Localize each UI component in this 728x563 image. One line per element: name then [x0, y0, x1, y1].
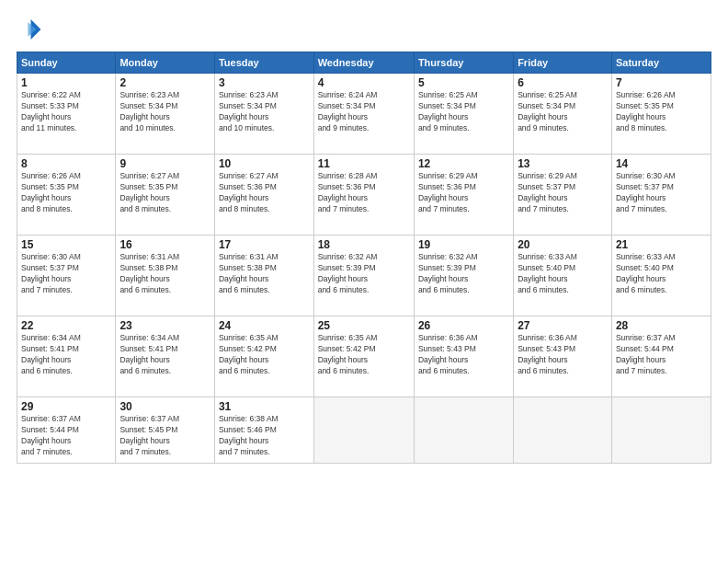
day-info: Sunrise: 6:26 AM Sunset: 5:35 PM Dayligh… [616, 90, 707, 134]
day-number: 1 [21, 76, 111, 89]
calendar-header: SundayMondayTuesdayWednesdayThursdayFrid… [17, 52, 711, 74]
calendar-cell: 23 Sunrise: 6:34 AM Sunset: 5:41 PM Dayl… [116, 316, 215, 397]
calendar-cell: 16 Sunrise: 6:31 AM Sunset: 5:38 PM Dayl… [116, 236, 215, 316]
day-number: 28 [616, 319, 707, 332]
calendar-cell: 22 Sunrise: 6:34 AM Sunset: 5:41 PM Dayl… [17, 316, 116, 397]
header [17, 17, 711, 42]
day-info: Sunrise: 6:32 AM Sunset: 5:39 PM Dayligh… [418, 252, 509, 296]
calendar-cell: 15 Sunrise: 6:30 AM Sunset: 5:37 PM Dayl… [17, 236, 116, 316]
calendar-cell [611, 397, 711, 464]
calendar-cell: 9 Sunrise: 6:27 AM Sunset: 5:35 PM Dayli… [116, 155, 215, 236]
day-number: 21 [616, 238, 707, 251]
day-number: 10 [219, 157, 310, 170]
day-number: 27 [518, 319, 608, 332]
day-header-thursday: Thursday [414, 52, 513, 74]
calendar-cell: 10 Sunrise: 6:27 AM Sunset: 5:36 PM Dayl… [214, 155, 313, 236]
day-info: Sunrise: 6:30 AM Sunset: 5:37 PM Dayligh… [616, 171, 707, 215]
calendar-cell: 1 Sunrise: 6:22 AM Sunset: 5:33 PM Dayli… [17, 74, 116, 155]
calendar-body: 1 Sunrise: 6:22 AM Sunset: 5:33 PM Dayli… [17, 74, 711, 464]
header-row: SundayMondayTuesdayWednesdayThursdayFrid… [17, 52, 711, 74]
day-number: 15 [21, 238, 111, 251]
day-info: Sunrise: 6:36 AM Sunset: 5:43 PM Dayligh… [518, 333, 608, 377]
day-info: Sunrise: 6:23 AM Sunset: 5:34 PM Dayligh… [119, 90, 210, 134]
day-info: Sunrise: 6:35 AM Sunset: 5:42 PM Dayligh… [219, 333, 310, 377]
calendar-cell [313, 397, 414, 464]
day-number: 12 [418, 157, 509, 170]
day-info: Sunrise: 6:22 AM Sunset: 5:33 PM Dayligh… [21, 90, 111, 134]
week-row-5: 29 Sunrise: 6:37 AM Sunset: 5:44 PM Dayl… [17, 397, 711, 464]
week-row-1: 1 Sunrise: 6:22 AM Sunset: 5:33 PM Dayli… [17, 74, 711, 155]
calendar-cell: 2 Sunrise: 6:23 AM Sunset: 5:34 PM Dayli… [116, 74, 215, 155]
calendar: SundayMondayTuesdayWednesdayThursdayFrid… [17, 52, 711, 464]
calendar-cell: 3 Sunrise: 6:23 AM Sunset: 5:34 PM Dayli… [214, 74, 313, 155]
day-info: Sunrise: 6:27 AM Sunset: 5:36 PM Dayligh… [219, 171, 310, 215]
day-number: 14 [616, 157, 707, 170]
day-number: 6 [518, 76, 608, 89]
calendar-cell: 28 Sunrise: 6:37 AM Sunset: 5:44 PM Dayl… [611, 316, 711, 397]
calendar-cell: 18 Sunrise: 6:32 AM Sunset: 5:39 PM Dayl… [313, 236, 414, 316]
week-row-4: 22 Sunrise: 6:34 AM Sunset: 5:41 PM Dayl… [17, 316, 711, 397]
logo [17, 17, 46, 42]
calendar-cell [414, 397, 513, 464]
day-number: 23 [119, 319, 210, 332]
day-info: Sunrise: 6:23 AM Sunset: 5:34 PM Dayligh… [219, 90, 310, 134]
day-info: Sunrise: 6:29 AM Sunset: 5:36 PM Dayligh… [418, 171, 509, 215]
day-info: Sunrise: 6:36 AM Sunset: 5:43 PM Dayligh… [418, 333, 509, 377]
day-header-wednesday: Wednesday [313, 52, 414, 74]
day-number: 4 [318, 76, 410, 89]
day-info: Sunrise: 6:37 AM Sunset: 5:44 PM Dayligh… [21, 414, 111, 458]
day-info: Sunrise: 6:33 AM Sunset: 5:40 PM Dayligh… [518, 252, 608, 296]
week-row-2: 8 Sunrise: 6:26 AM Sunset: 5:35 PM Dayli… [17, 155, 711, 236]
day-number: 13 [518, 157, 608, 170]
calendar-cell: 30 Sunrise: 6:37 AM Sunset: 5:45 PM Dayl… [116, 397, 215, 464]
day-info: Sunrise: 6:25 AM Sunset: 5:34 PM Dayligh… [518, 90, 608, 134]
day-info: Sunrise: 6:29 AM Sunset: 5:37 PM Dayligh… [518, 171, 608, 215]
day-info: Sunrise: 6:34 AM Sunset: 5:41 PM Dayligh… [119, 333, 210, 377]
day-header-sunday: Sunday [17, 52, 116, 74]
calendar-cell: 26 Sunrise: 6:36 AM Sunset: 5:43 PM Dayl… [414, 316, 513, 397]
day-info: Sunrise: 6:25 AM Sunset: 5:34 PM Dayligh… [418, 90, 509, 134]
day-number: 25 [318, 319, 410, 332]
day-number: 8 [21, 157, 111, 170]
calendar-cell: 14 Sunrise: 6:30 AM Sunset: 5:37 PM Dayl… [611, 155, 711, 236]
logo-icon [17, 17, 42, 42]
day-number: 22 [21, 319, 111, 332]
day-header-friday: Friday [514, 52, 612, 74]
calendar-cell: 6 Sunrise: 6:25 AM Sunset: 5:34 PM Dayli… [514, 74, 612, 155]
calendar-cell: 25 Sunrise: 6:35 AM Sunset: 5:42 PM Dayl… [313, 316, 414, 397]
calendar-cell: 5 Sunrise: 6:25 AM Sunset: 5:34 PM Dayli… [414, 74, 513, 155]
day-number: 2 [119, 76, 210, 89]
day-info: Sunrise: 6:24 AM Sunset: 5:34 PM Dayligh… [318, 90, 410, 134]
day-info: Sunrise: 6:37 AM Sunset: 5:44 PM Dayligh… [616, 333, 707, 377]
calendar-cell: 31 Sunrise: 6:38 AM Sunset: 5:46 PM Dayl… [214, 397, 313, 464]
day-info: Sunrise: 6:27 AM Sunset: 5:35 PM Dayligh… [119, 171, 210, 215]
day-number: 11 [318, 157, 410, 170]
calendar-cell: 24 Sunrise: 6:35 AM Sunset: 5:42 PM Dayl… [214, 316, 313, 397]
day-header-saturday: Saturday [611, 52, 711, 74]
day-info: Sunrise: 6:28 AM Sunset: 5:36 PM Dayligh… [318, 171, 410, 215]
day-number: 30 [119, 400, 210, 413]
day-number: 5 [418, 76, 509, 89]
calendar-cell [514, 397, 612, 464]
calendar-cell: 8 Sunrise: 6:26 AM Sunset: 5:35 PM Dayli… [17, 155, 116, 236]
calendar-cell: 19 Sunrise: 6:32 AM Sunset: 5:39 PM Dayl… [414, 236, 513, 316]
day-number: 26 [418, 319, 509, 332]
calendar-cell: 4 Sunrise: 6:24 AM Sunset: 5:34 PM Dayli… [313, 74, 414, 155]
day-number: 20 [518, 238, 608, 251]
calendar-cell: 17 Sunrise: 6:31 AM Sunset: 5:38 PM Dayl… [214, 236, 313, 316]
day-info: Sunrise: 6:31 AM Sunset: 5:38 PM Dayligh… [219, 252, 310, 296]
day-number: 19 [418, 238, 509, 251]
calendar-cell: 7 Sunrise: 6:26 AM Sunset: 5:35 PM Dayli… [611, 74, 711, 155]
calendar-cell: 20 Sunrise: 6:33 AM Sunset: 5:40 PM Dayl… [514, 236, 612, 316]
day-info: Sunrise: 6:37 AM Sunset: 5:45 PM Dayligh… [119, 414, 210, 458]
day-number: 31 [219, 400, 310, 413]
day-number: 9 [119, 157, 210, 170]
day-number: 29 [21, 400, 111, 413]
page: SundayMondayTuesdayWednesdayThursdayFrid… [0, 0, 728, 563]
day-number: 3 [219, 76, 310, 89]
day-info: Sunrise: 6:32 AM Sunset: 5:39 PM Dayligh… [318, 252, 410, 296]
day-info: Sunrise: 6:33 AM Sunset: 5:40 PM Dayligh… [616, 252, 707, 296]
calendar-cell: 12 Sunrise: 6:29 AM Sunset: 5:36 PM Dayl… [414, 155, 513, 236]
calendar-cell: 29 Sunrise: 6:37 AM Sunset: 5:44 PM Dayl… [17, 397, 116, 464]
day-number: 17 [219, 238, 310, 251]
